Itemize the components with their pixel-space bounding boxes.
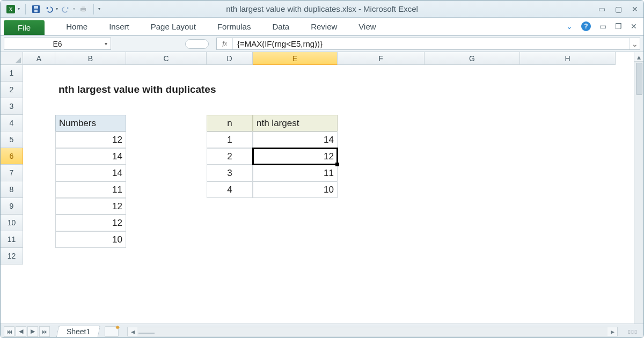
nth-value-0[interactable]: 14 xyxy=(253,131,338,148)
cell-G9[interactable] xyxy=(425,198,520,215)
workbook-close-icon[interactable]: ✕ xyxy=(631,22,637,31)
cell-G10[interactable] xyxy=(425,215,520,231)
row-header-9[interactable]: 9 xyxy=(1,198,23,215)
title-text[interactable]: nth largest value with duplicates xyxy=(55,82,126,98)
numbers-header[interactable]: Numbers xyxy=(55,115,126,131)
cell-G2[interactable] xyxy=(425,82,520,98)
col-header-A[interactable]: A xyxy=(23,52,55,65)
select-all-corner[interactable] xyxy=(1,52,23,65)
sheet-tab-sheet1[interactable]: Sheet1 xyxy=(56,326,101,337)
function-pill[interactable] xyxy=(185,39,209,49)
cell-G11[interactable] xyxy=(425,231,520,248)
vscroll-thumb[interactable] xyxy=(636,63,642,95)
cell-H11[interactable] xyxy=(520,231,616,248)
col-header-G[interactable]: G xyxy=(425,52,520,65)
qat-customize-chevron-icon[interactable]: ▾ xyxy=(98,6,100,11)
cell-D12[interactable] xyxy=(207,248,253,264)
print-icon[interactable] xyxy=(78,4,88,14)
tab-view[interactable]: View xyxy=(358,22,376,31)
n-value-3[interactable]: 4 xyxy=(207,181,253,198)
cell-D2[interactable] xyxy=(207,82,253,98)
cell-D1[interactable] xyxy=(207,65,253,82)
formula-input-area[interactable]: fx {=MAX(IF(rng<E5,rng))} ⌄ xyxy=(216,38,640,50)
row-header-12[interactable]: 12 xyxy=(1,248,23,264)
worksheet-grid[interactable]: A B C D E F G H 12nth largest value with… xyxy=(1,52,643,324)
tab-insert[interactable]: Insert xyxy=(109,22,129,31)
row-header-5[interactable]: 5 xyxy=(1,131,23,148)
cell-F11[interactable] xyxy=(338,231,425,248)
nth-header[interactable]: nth largest xyxy=(253,115,338,131)
cell-E11[interactable] xyxy=(253,231,338,248)
cell-G4[interactable] xyxy=(425,115,520,131)
col-header-B[interactable]: B xyxy=(55,52,126,65)
cell-E12[interactable] xyxy=(253,248,338,264)
cell-G6[interactable] xyxy=(425,148,520,165)
row-header-1[interactable]: 1 xyxy=(1,65,23,82)
cell-H10[interactable] xyxy=(520,215,616,231)
cell-A4[interactable] xyxy=(23,115,55,131)
redo-icon[interactable] xyxy=(61,4,71,14)
cell-C8[interactable] xyxy=(126,181,207,198)
name-box-chevron-icon[interactable]: ▾ xyxy=(105,41,107,47)
cell-C6[interactable] xyxy=(126,148,207,165)
nth-value-3[interactable]: 10 xyxy=(253,181,338,198)
numbers-value-0[interactable]: 12 xyxy=(55,131,126,148)
view-shortcuts[interactable]: ▯▯▯ xyxy=(622,329,643,334)
cell-C12[interactable] xyxy=(126,248,207,264)
scroll-right-icon[interactable]: ▸ xyxy=(608,327,617,336)
save-icon[interactable] xyxy=(31,4,41,14)
redo-chevron-icon[interactable]: ▾ xyxy=(73,6,75,11)
file-tab[interactable]: File xyxy=(4,20,45,35)
cell-D11[interactable] xyxy=(207,231,253,248)
cell-E1[interactable] xyxy=(253,65,338,82)
col-header-D[interactable]: D xyxy=(207,52,253,65)
cell-C3[interactable] xyxy=(126,98,207,115)
horizontal-scrollbar[interactable]: ◂ ▸ xyxy=(127,327,618,336)
cell-H12[interactable] xyxy=(520,248,616,264)
tab-data[interactable]: Data xyxy=(272,22,289,31)
sheet-nav-last-icon[interactable]: ⏭ xyxy=(39,326,50,337)
formula-expand-chevron-icon[interactable]: ⌄ xyxy=(629,38,640,49)
cell-H1[interactable] xyxy=(520,65,616,82)
cell-F3[interactable] xyxy=(338,98,425,115)
row-header-6[interactable]: 6 xyxy=(1,148,23,165)
cell-A11[interactable] xyxy=(23,231,55,248)
workbook-minimize-icon[interactable]: ▭ xyxy=(599,22,606,31)
col-header-C[interactable]: C xyxy=(126,52,207,65)
cell-H4[interactable] xyxy=(520,115,616,131)
sheet-nav-next-icon[interactable]: ▶ xyxy=(27,326,38,337)
row-header-4[interactable]: 4 xyxy=(1,115,23,131)
cell-H7[interactable] xyxy=(520,165,616,181)
row-header-7[interactable]: 7 xyxy=(1,165,23,181)
sheet-nav-first-icon[interactable]: ⏮ xyxy=(4,326,14,337)
n-value-1[interactable]: 2 xyxy=(207,148,253,165)
cell-A3[interactable] xyxy=(23,98,55,115)
cell-G8[interactable] xyxy=(425,181,520,198)
cell-F12[interactable] xyxy=(338,248,425,264)
numbers-value-4[interactable]: 12 xyxy=(55,198,126,215)
n-value-2[interactable]: 3 xyxy=(207,165,253,181)
cell-H5[interactable] xyxy=(520,131,616,148)
cell-E10[interactable] xyxy=(253,215,338,231)
cell-G5[interactable] xyxy=(425,131,520,148)
row-header-2[interactable]: 2 xyxy=(1,82,23,98)
cell-A8[interactable] xyxy=(23,181,55,198)
cell-E2[interactable] xyxy=(253,82,338,98)
cell-F6[interactable] xyxy=(338,148,425,165)
tab-page-layout[interactable]: Page Layout xyxy=(151,22,196,31)
cell-C9[interactable] xyxy=(126,198,207,215)
close-icon[interactable]: ✕ xyxy=(632,5,638,13)
cell-F10[interactable] xyxy=(338,215,425,231)
cell-C7[interactable] xyxy=(126,165,207,181)
cell-F4[interactable] xyxy=(338,115,425,131)
cell-A10[interactable] xyxy=(23,215,55,231)
maximize-icon[interactable]: ▢ xyxy=(615,5,622,13)
cell-D10[interactable] xyxy=(207,215,253,231)
col-header-F[interactable]: F xyxy=(338,52,425,65)
numbers-value-5[interactable]: 12 xyxy=(55,215,126,231)
cell-D3[interactable] xyxy=(207,98,253,115)
cell-F5[interactable] xyxy=(338,131,425,148)
cell-H6[interactable] xyxy=(520,148,616,165)
scroll-left-icon[interactable]: ◂ xyxy=(128,327,137,336)
cell-F1[interactable] xyxy=(338,65,425,82)
